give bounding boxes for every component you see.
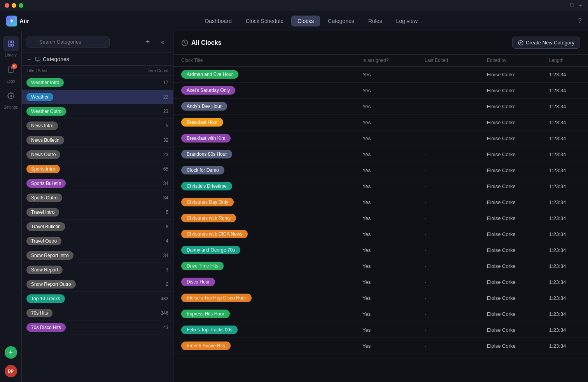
category-count: 43: [163, 325, 168, 330]
table-header: Clock Title Is assigned? Last Edited Edi…: [173, 55, 588, 67]
nav-items: Dashboard Clock Schedule Clocks Categori…: [45, 16, 578, 26]
window-icon-2[interactable]: ＋: [577, 2, 583, 10]
fullscreen-dot[interactable]: [19, 3, 23, 8]
clock-edited-by: Eloise Corke: [487, 215, 549, 221]
logo-text: Aiir: [19, 18, 29, 24]
panel-nav-title: Categories: [35, 56, 69, 62]
sidebar-item-library[interactable]: [3, 36, 19, 51]
category-row[interactable]: Travel Outro 4: [22, 234, 173, 248]
nav-categories[interactable]: Categories: [322, 16, 360, 26]
nav-clock-schedule[interactable]: Clock Schedule: [240, 16, 290, 26]
clock-row[interactable]: Danny and George 70s Yes - Eloise Corke …: [173, 242, 588, 258]
clock-assigned: Yes: [362, 199, 425, 205]
category-row[interactable]: Weather Outro 23: [22, 104, 173, 119]
avatar[interactable]: BP: [5, 365, 17, 377]
category-count: 23: [163, 109, 168, 114]
clock-row[interactable]: Eloïse's Trip Hop Disco Hour Yes - Elois…: [173, 290, 588, 306]
category-row[interactable]: Snow Report 3: [22, 263, 173, 277]
category-count: 34: [163, 181, 168, 186]
clock-assigned: Yes: [362, 167, 425, 173]
clock-row[interactable]: Christmas with CICA News Yes - Eloise Co…: [173, 226, 588, 242]
clock-row[interactable]: Brandons 80s Hour Yes - Eloise Corke 1:2…: [173, 146, 588, 162]
clock-last-edited: -: [425, 231, 487, 237]
clock-row[interactable]: Christmas Day Only Yes - Eloise Corke 1:…: [173, 194, 588, 210]
clock-assigned: Yes: [362, 343, 425, 349]
category-row[interactable]: Travel Intro 5: [22, 205, 173, 220]
nav-rules[interactable]: Rules: [362, 16, 388, 26]
clock-row[interactable]: Clock for Demo Yes - Eloise Corke 1:23:3…: [173, 162, 588, 178]
close-dot[interactable]: [5, 3, 9, 8]
clock-edited-by: Eloise Corke: [487, 327, 549, 333]
clock-row[interactable]: French Suave Hits Yes - Eloise Corke 1:2…: [173, 338, 588, 354]
logo-icon: ✦: [6, 16, 17, 26]
clock-length: 1:23:34: [549, 167, 580, 173]
clock-badge: Eloïse's Trip Hop Disco Hour: [181, 294, 252, 302]
category-row[interactable]: Sports Intro 65: [22, 162, 173, 176]
search-wrap: 🔍: [26, 36, 139, 48]
clock-assigned: Yes: [362, 327, 425, 333]
category-row[interactable]: Sports Outro 34: [22, 191, 173, 205]
add-button[interactable]: +: [5, 346, 17, 359]
panel-collapse-button[interactable]: «: [157, 36, 168, 48]
help-icon[interactable]: ?: [578, 17, 582, 25]
categories-icon: [35, 56, 40, 62]
search-input[interactable]: [26, 36, 110, 48]
clock-edited-by: Eloise Corke: [487, 295, 549, 301]
clock-row[interactable]: Christie's Drivetime Yes - Eloise Corke …: [173, 178, 588, 194]
category-row[interactable]: Travel Bulletin 8: [22, 220, 173, 234]
clock-badge: Clock for Demo: [181, 166, 224, 174]
category-row[interactable]: News Intro 5: [22, 119, 173, 133]
category-row[interactable]: Snow Report Intro 34: [22, 248, 173, 263]
category-tag: News Outro: [26, 150, 60, 159]
nav-dashboard[interactable]: Dashboard: [199, 16, 238, 26]
main-content: Library 8 Logs Settings + BP 🔍 + « ←: [0, 31, 588, 382]
category-count: 4: [166, 238, 168, 244]
window-icon-1[interactable]: ⧉: [570, 2, 574, 10]
category-row[interactable]: Weather Intro 17: [22, 76, 173, 90]
clock-badge: Christmas Day Only: [181, 198, 234, 206]
clock-row[interactable]: Express Hits Hour Yes - Eloise Corke 1:2…: [173, 306, 588, 322]
clock-row[interactable]: Christmas with Remy Yes - Eloise Corke 1…: [173, 210, 588, 226]
category-row[interactable]: Sports Bulletin 34: [22, 176, 173, 191]
clock-badge: Express Hits Hour: [181, 310, 230, 318]
category-count: 2: [166, 282, 168, 287]
clock-row[interactable]: Axel's Saturday Only Yes - Eloise Corke …: [173, 83, 588, 99]
col-count-label: Item Count: [147, 68, 168, 73]
sidebar-item-logs[interactable]: 8: [3, 62, 19, 77]
clock-last-edited: -: [425, 104, 487, 109]
clock-row[interactable]: Disco Hour Yes - Eloise Corke 1:23:34: [173, 274, 588, 290]
clock-row[interactable]: Breakfast with Kim Yes - Eloise Corke 1:…: [173, 130, 588, 146]
category-row[interactable]: Snow Report Outro 2: [22, 277, 173, 292]
clock-row[interactable]: Andy's Dev Hour Yes - Eloise Corke 1:23:…: [173, 99, 588, 114]
clock-length: 1:23:34: [549, 343, 580, 349]
logo[interactable]: ✦ Aiir: [6, 16, 29, 26]
category-tag: Weather Intro: [26, 78, 64, 87]
clock-row[interactable]: Drive Time Hits Yes - Eloise Corke 1:23:…: [173, 258, 588, 274]
clocks-list: Ardman and Eve Hour Yes - Eloise Corke 1…: [173, 67, 588, 382]
nav-clocks[interactable]: Clocks: [291, 16, 320, 26]
category-row[interactable]: Weather 22: [22, 90, 173, 104]
settings-label: Settings: [4, 105, 18, 109]
panel-add-button[interactable]: +: [142, 36, 154, 48]
create-category-button[interactable]: Create New Category: [512, 37, 580, 49]
category-count: 5: [166, 209, 168, 215]
clock-row[interactable]: Breakfast Hour Yes - Eloise Corke 1:23:3…: [173, 114, 588, 130]
category-row[interactable]: 70s Disco Hits 43: [22, 320, 173, 335]
minimize-dot[interactable]: [12, 3, 16, 8]
category-tag: Top 10 Tracks: [26, 294, 65, 303]
clock-edited-by: Eloise Corke: [487, 120, 549, 125]
category-tag: News Intro: [26, 121, 58, 130]
category-row[interactable]: News Bulletin 32: [22, 133, 173, 148]
back-button[interactable]: ←: [26, 56, 32, 62]
clock-length: 1:23:34: [549, 72, 580, 77]
category-row[interactable]: News Outro 23: [22, 148, 173, 162]
category-row[interactable]: Top 10 Tracks 432: [22, 292, 173, 306]
clock-badge: Danny and George 70s: [181, 246, 240, 254]
clock-badge: Brandons 80s Hour: [181, 150, 232, 158]
sidebar-item-settings[interactable]: [3, 88, 19, 104]
nav-logview[interactable]: Log view: [390, 16, 424, 26]
clock-row[interactable]: Ardman and Eve Hour Yes - Eloise Corke 1…: [173, 67, 588, 83]
category-row[interactable]: 70s Hits 346: [22, 306, 173, 320]
clock-row[interactable]: Felix's Top Tracks 00s Yes - Eloise Cork…: [173, 322, 588, 338]
clock-edited-by: Eloise Corke: [487, 72, 549, 77]
